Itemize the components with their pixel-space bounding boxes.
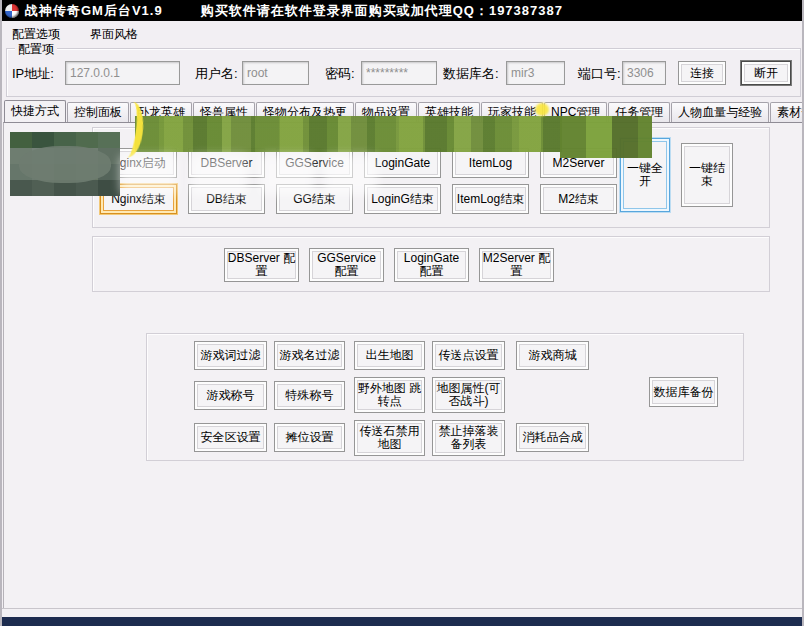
m2-stop-button[interactable]: M2结束	[540, 184, 617, 214]
bottom-bar	[0, 617, 804, 626]
database-backup-button[interactable]: 数据库备份	[649, 377, 718, 407]
game-mall-button[interactable]: 游戏商城	[516, 341, 589, 370]
game-settings-panel: 游戏词过滤 游戏名过滤 出生地图 传送点设置 游戏商城 游戏称号 特殊称号 野外…	[146, 333, 744, 461]
username-input[interactable]	[242, 61, 309, 85]
username-label: 用户名:	[195, 65, 238, 83]
tab-control-panel[interactable]: 控制面板	[67, 102, 129, 122]
password-label: 密码:	[325, 65, 355, 83]
tab-hero-skills[interactable]: 英雄技能	[418, 102, 480, 122]
stop-all-button[interactable]: 一键结束	[681, 143, 733, 207]
disconnect-button[interactable]: 断开	[741, 61, 791, 85]
connect-button[interactable]: 连接	[678, 61, 726, 85]
tab-item-settings[interactable]: 物品设置	[355, 102, 417, 122]
tab-content: Nginx启动 DBServer GGService LoginGate Ite…	[3, 122, 803, 612]
app-window: 战神传奇GM后台V1.9 购买软件请在软件登录界面购买或加代理QQ：197387…	[0, 0, 804, 626]
tab-npc-management[interactable]: NPC管理	[544, 102, 607, 122]
itemlog-start-button[interactable]: ItemLog	[452, 148, 529, 178]
status-bar	[2, 608, 804, 617]
purchase-notice: 购买软件请在软件登录界面购买或加代理QQ：197387387	[201, 2, 563, 20]
dbname-label: 数据库名:	[443, 65, 499, 83]
teleport-stone-ban-button[interactable]: 传送石禁用地图	[354, 420, 425, 456]
tab-hp-and-exp[interactable]: 人物血量与经验	[671, 102, 769, 122]
ip-input[interactable]	[65, 61, 180, 85]
tab-quick-actions[interactable]: 快捷方式	[4, 100, 66, 122]
loging-stop-button[interactable]: LoginG结束	[364, 184, 441, 214]
consumable-craft-button[interactable]: 消耗品合成	[516, 423, 589, 452]
dbserver-config-button[interactable]: DBServer 配置	[224, 248, 299, 282]
start-all-button[interactable]: 一键全开	[620, 138, 670, 212]
port-input[interactable]	[622, 61, 666, 85]
password-input[interactable]	[361, 61, 437, 85]
wild-map-jump-button[interactable]: 野外地图 跳转点	[354, 377, 425, 413]
tab-task-management[interactable]: 任务管理	[608, 102, 670, 122]
teleport-point-button[interactable]: 传送点设置	[432, 341, 505, 370]
tab-monster-attributes[interactable]: 怪兽属性	[193, 102, 255, 122]
ggservice-start-button[interactable]: GGService	[276, 148, 353, 178]
connection-config-row: IP地址: 用户名: 密码: 数据库名: 端口号: 连接 断开	[2, 48, 804, 97]
menu-ui-style[interactable]: 界面风格	[84, 24, 144, 45]
no-drop-equipment-button[interactable]: 禁止掉落装备列表	[432, 420, 505, 456]
port-label: 端口号:	[578, 65, 621, 83]
server-control-panel: Nginx启动 DBServer GGService LoginGate Ite…	[92, 127, 770, 228]
dbname-input[interactable]	[506, 61, 565, 85]
logingate-start-button[interactable]: LoginGate	[364, 148, 441, 178]
tab-player-skills[interactable]: 玩家技能	[481, 102, 543, 122]
word-filter-button[interactable]: 游戏词过滤	[194, 341, 267, 370]
logingate-config-button[interactable]: LoginGate 配置	[394, 248, 469, 282]
ggservice-config-button[interactable]: GGService 配置	[309, 248, 384, 282]
tab-wolong-heroes[interactable]: 卧龙英雄	[130, 102, 192, 122]
ip-label: IP地址:	[12, 65, 54, 83]
itemlog-stop-button[interactable]: ItemLog结束	[452, 184, 529, 214]
m2server-start-button[interactable]: M2Server	[540, 148, 617, 178]
special-title-button[interactable]: 特殊称号	[274, 381, 345, 410]
tab-strip: 快捷方式 控制面板 卧龙英雄 怪兽属性 怪物分布及热更 物品设置 英雄技能 玩家…	[4, 100, 804, 122]
window-title: 战神传奇GM后台V1.9	[25, 2, 163, 20]
spawn-map-button[interactable]: 出生地图	[354, 341, 425, 370]
stall-settings-button[interactable]: 摊位设置	[274, 423, 345, 452]
name-filter-button[interactable]: 游戏名过滤	[274, 341, 345, 370]
map-attributes-button[interactable]: 地图属性(可否战斗)	[432, 377, 505, 413]
safe-zone-button[interactable]: 安全区设置	[194, 423, 267, 452]
gg-stop-button[interactable]: GG结束	[276, 184, 353, 214]
tab-asset-hot-update[interactable]: 素材热更	[770, 102, 804, 122]
app-icon	[5, 4, 19, 18]
title-bar: 战神传奇GM后台V1.9 购买软件请在软件登录界面购买或加代理QQ：197387…	[0, 0, 804, 21]
tab-monster-distribution[interactable]: 怪物分布及热更	[256, 102, 354, 122]
m2server-config-button[interactable]: M2Server 配置	[479, 248, 554, 282]
nginx-start-button[interactable]: Nginx启动	[100, 148, 177, 178]
game-title-button[interactable]: 游戏称号	[194, 381, 267, 410]
nginx-stop-button[interactable]: Nginx结束	[100, 184, 177, 214]
db-stop-button[interactable]: DB结束	[188, 184, 265, 214]
service-config-panel: DBServer 配置 GGService 配置 LoginGate 配置 M2…	[92, 236, 770, 292]
dbserver-start-button[interactable]: DBServer	[188, 148, 265, 178]
